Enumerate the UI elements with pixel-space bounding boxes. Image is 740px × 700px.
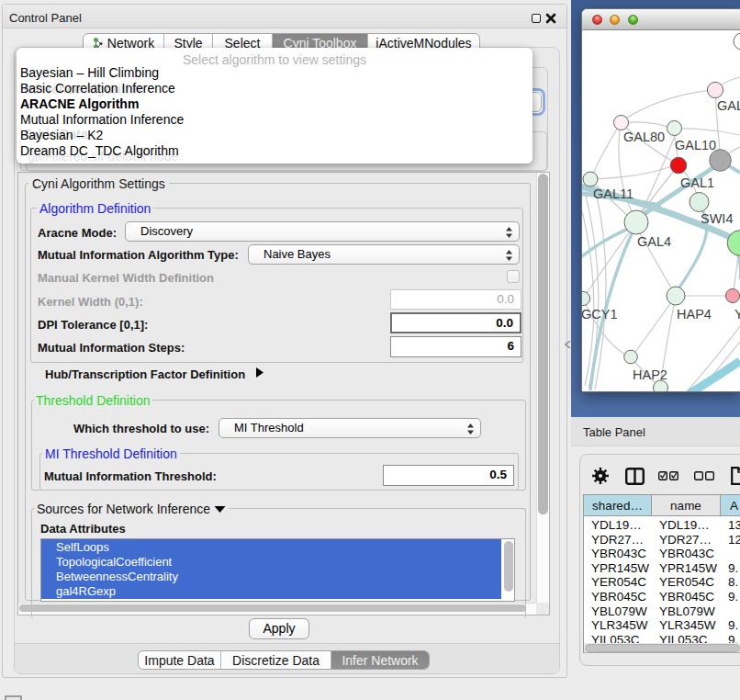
svg-text:GAL10: GAL10 — [675, 138, 716, 152]
svg-text:Y: Y — [734, 307, 740, 322]
svg-text:GAL80: GAL80 — [623, 130, 665, 144]
svg-text:GCY1: GCY1 — [582, 307, 618, 322]
svg-text:SWI4: SWI4 — [701, 211, 733, 226]
svg-text:GAL1: GAL1 — [680, 175, 714, 190]
svg-text:HAP2: HAP2 — [633, 367, 667, 382]
svg-text:HAP4: HAP4 — [677, 307, 712, 322]
svg-text:GAL: GAL — [717, 98, 740, 113]
svg-text:GAL4: GAL4 — [637, 234, 671, 249]
svg-text:GAL11: GAL11 — [593, 186, 633, 201]
